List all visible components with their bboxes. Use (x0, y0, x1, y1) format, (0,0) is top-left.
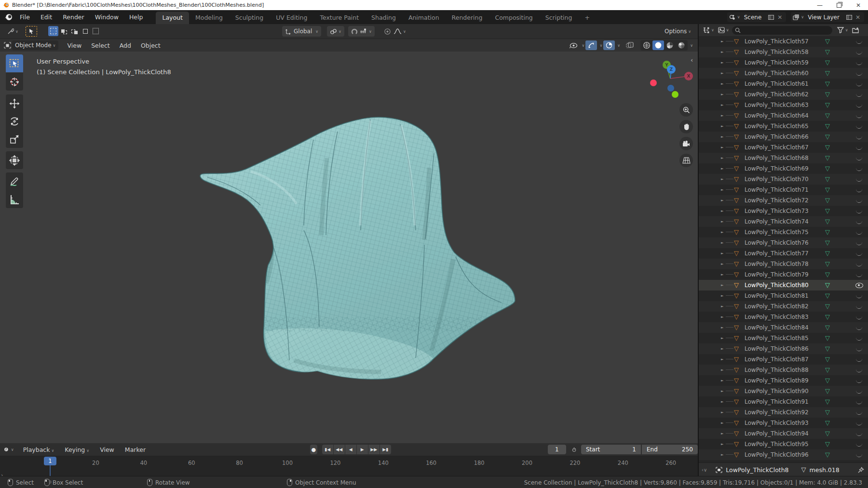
tool-rotate-button[interactable] (6, 112, 23, 130)
object-name[interactable]: LowPoly_ThickCloth84 (745, 324, 809, 331)
gizmo-axis-x-neg[interactable] (650, 79, 657, 86)
outliner-row[interactable]: ►▽LowPoly_ThickCloth65▽ (699, 121, 868, 132)
outliner-row[interactable]: ►▽LowPoly_ThickCloth82▽ (699, 301, 868, 312)
gizmo-axis-y-neg[interactable] (672, 91, 678, 98)
outliner-row[interactable]: ►▽LowPoly_ThickCloth79▽ (699, 269, 868, 280)
object-name[interactable]: LowPoly_ThickCloth93 (745, 420, 809, 426)
outliner-row[interactable]: ►▽LowPoly_ThickCloth67▽ (699, 142, 868, 153)
gizmo-axis-z[interactable]: Z (667, 65, 676, 74)
expand-arrow-icon[interactable]: ► (721, 379, 723, 382)
expand-arrow-icon[interactable]: ► (721, 315, 723, 319)
overlays-toggle-button[interactable] (603, 40, 615, 50)
menu-object[interactable]: Object (136, 42, 165, 49)
tool-settings-type-button[interactable]: ∨ (4, 26, 21, 37)
gizmos-toggle-button[interactable] (585, 40, 597, 50)
expand-arrow-icon[interactable]: ► (721, 442, 723, 446)
xray-toggle-button[interactable] (624, 40, 636, 50)
start-frame-field[interactable]: Start1 (581, 445, 641, 454)
breadcrumb-mesh-name[interactable]: mesh.018 (810, 466, 840, 474)
eye-closed-icon[interactable] (856, 337, 862, 341)
eye-closed-icon[interactable] (856, 422, 862, 425)
object-name[interactable]: LowPoly_ThickCloth64 (745, 112, 809, 119)
view-layer-selector[interactable]: ∨ View Layer ✕ (791, 12, 864, 22)
outliner-row[interactable]: ►▽LowPoly_ThickCloth71▽ (699, 185, 868, 195)
expand-arrow-icon[interactable]: ► (721, 209, 723, 213)
display-mode-icon[interactable] (718, 27, 725, 33)
outliner-row[interactable]: ►▽LowPoly_ThickCloth66▽ (699, 132, 868, 142)
tool-cursor-button[interactable] (6, 73, 23, 91)
object-name[interactable]: LowPoly_ThickCloth90 (745, 388, 809, 395)
eye-closed-icon[interactable] (856, 114, 862, 118)
outliner-row[interactable]: ►▽LowPoly_ThickCloth95▽ (699, 439, 868, 449)
expand-arrow-icon[interactable]: ► (721, 262, 723, 266)
outliner-row[interactable]: ►▽LowPoly_ThickCloth94▽ (699, 428, 868, 439)
perspective-toggle-button[interactable] (679, 154, 693, 167)
eye-closed-icon[interactable] (856, 305, 862, 309)
expand-arrow-icon[interactable]: ► (721, 103, 723, 107)
eye-closed-icon[interactable] (856, 178, 862, 182)
expand-arrow-icon[interactable]: ► (721, 198, 723, 202)
menu-window[interactable]: Window (90, 13, 124, 21)
shading-material-preview-button[interactable] (664, 40, 676, 50)
outliner-row[interactable]: ►▽LowPoly_ThickCloth61▽ (699, 79, 868, 89)
outliner-row[interactable]: ►▽LowPoly_ThickCloth72▽ (699, 195, 868, 206)
menu-marker[interactable]: Marker (120, 446, 151, 453)
outliner-row[interactable]: ►▽LowPoly_ThickCloth91▽ (699, 396, 868, 407)
jump-to-start-button[interactable]: ▮◀ (322, 445, 333, 454)
expand-arrow-icon[interactable]: ► (721, 135, 723, 139)
eye-open-icon[interactable] (855, 283, 863, 288)
eye-closed-icon[interactable] (856, 411, 862, 415)
new-view-layer-icon[interactable] (846, 15, 851, 20)
expand-arrow-icon[interactable]: ► (721, 251, 723, 255)
object-name[interactable]: LowPoly_ThickCloth80 (745, 282, 809, 289)
object-name[interactable]: LowPoly_ThickCloth70 (745, 176, 809, 183)
eye-closed-icon[interactable] (856, 390, 862, 394)
eye-closed-icon[interactable] (856, 443, 862, 447)
expand-arrow-icon[interactable]: ► (721, 326, 723, 330)
breadcrumb-object-name[interactable]: LowPoly_ThickCloth8 (726, 466, 788, 474)
outliner-row[interactable]: ►▽LowPoly_ThickCloth84▽ (699, 322, 868, 333)
new-scene-icon[interactable] (768, 15, 773, 20)
record-button[interactable]: ● (310, 445, 317, 454)
object-name[interactable]: LowPoly_ThickCloth59 (745, 59, 809, 66)
object-name[interactable]: LowPoly_ThickCloth91 (745, 398, 809, 405)
expand-arrow-icon[interactable]: ► (721, 241, 723, 245)
eye-closed-icon[interactable] (856, 82, 862, 86)
outliner-row[interactable]: ►▽LowPoly_ThickCloth60▽ (699, 68, 868, 79)
object-name[interactable]: LowPoly_ThickCloth95 (745, 441, 809, 448)
expand-arrow-icon[interactable]: ► (721, 294, 723, 298)
gizmo-axis-x[interactable]: X (684, 72, 693, 80)
pin-icon[interactable] (858, 467, 864, 473)
tab-sculpting[interactable]: Sculpting (229, 12, 270, 24)
expand-arrow-icon[interactable]: ► (721, 304, 723, 308)
object-name[interactable]: LowPoly_ThickCloth75 (745, 229, 809, 236)
restore-button[interactable] (829, 0, 849, 10)
eye-closed-icon[interactable] (856, 231, 862, 235)
expand-arrow-icon[interactable]: ► (721, 347, 723, 351)
show-gizmo-visibility-button[interactable] (568, 40, 580, 50)
tab-compositing[interactable]: Compositing (488, 12, 539, 24)
cloth-mesh-object[interactable] (193, 110, 530, 389)
next-keyframe-button[interactable]: ▶▶ (368, 445, 380, 454)
eye-closed-icon[interactable] (856, 125, 862, 129)
eye-closed-icon[interactable] (856, 51, 862, 54)
stopwatch-icon[interactable] (572, 446, 576, 453)
tab-scripting[interactable]: Scripting (539, 12, 579, 24)
expand-arrow-icon[interactable]: ► (721, 273, 723, 277)
menu-file[interactable]: File (14, 13, 35, 21)
new-collection-icon[interactable] (852, 27, 859, 34)
eye-closed-icon[interactable] (856, 316, 862, 319)
expand-arrow-icon[interactable]: ► (721, 389, 723, 393)
object-name[interactable]: LowPoly_ThickCloth83 (745, 314, 809, 320)
object-name[interactable]: LowPoly_ThickCloth86 (745, 345, 809, 352)
eye-closed-icon[interactable] (856, 220, 862, 224)
eye-closed-icon[interactable] (856, 146, 862, 150)
outliner-row[interactable]: ►▽LowPoly_ThickCloth92▽ (699, 407, 868, 418)
filter-funnel-icon[interactable] (837, 27, 844, 33)
tool-scale-button[interactable] (6, 130, 23, 148)
object-name[interactable]: LowPoly_ThickCloth57 (745, 38, 809, 45)
tool-annotate-button[interactable] (6, 172, 23, 190)
eye-closed-icon[interactable] (856, 104, 862, 107)
unlink-scene-icon[interactable]: ✕ (775, 14, 784, 21)
options-dropdown[interactable]: Options ∨ (662, 26, 694, 37)
